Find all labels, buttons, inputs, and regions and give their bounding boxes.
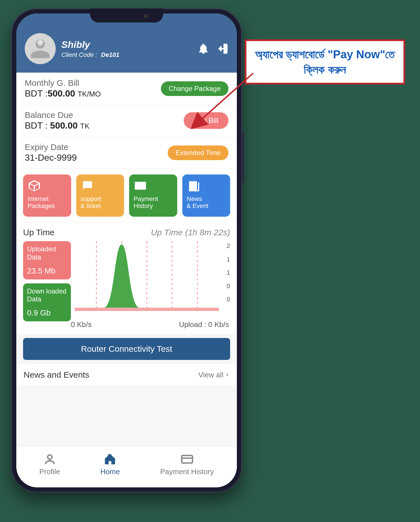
monthly-bill-label: Monthly G. Bill — [25, 78, 101, 88]
news-title: News and Events — [24, 370, 89, 380]
nav-home[interactable]: Home — [100, 453, 120, 476]
app-screen: ? Shibly Client Code : De101 — [16, 14, 237, 487]
downloaded-value: 0.9 Gb — [27, 308, 67, 317]
news-icon — [187, 179, 200, 192]
monthly-bill-value: BDT :500.00 TK/MO — [25, 88, 101, 99]
profile-icon — [43, 453, 56, 466]
router-connectivity-button[interactable]: Router Connectivity Test — [23, 338, 230, 360]
speed-row: 0 Kb/s Upload : 0 Kb/s — [23, 320, 230, 329]
svg-point-8 — [48, 455, 52, 459]
uptime-subtitle: Up Time (1h 8m 22s) — [151, 228, 230, 237]
chevron-right-icon — [225, 373, 230, 377]
chart-yticks: 2 1 1 0 0 — [227, 241, 230, 314]
downloaded-label: Down loaded Data — [27, 287, 67, 304]
tile-payment-history[interactable]: PaymentHistory — [129, 174, 177, 217]
card-nav-icon — [181, 453, 194, 466]
card-icon — [134, 179, 147, 192]
phone-notch — [90, 8, 163, 23]
downloaded-card: Down loaded Data 0.9 Gb — [23, 283, 71, 322]
bottom-nav: Profile Home Payment History — [16, 446, 237, 487]
avatar[interactable]: ? — [25, 33, 56, 64]
monthly-bill-row: Monthly G. Bill BDT :500.00 TK/MO Change… — [16, 73, 237, 105]
view-all-link[interactable]: View all — [198, 371, 230, 379]
pay-bill-button[interactable]: Pay Bill — [184, 112, 228, 129]
expiry-value: 31-Dec-9999 — [25, 153, 77, 163]
traffic-chart: 2 1 1 0 0 — [75, 241, 230, 321]
client-code-label: Client Code : — [61, 51, 97, 58]
download-speed: 0 Kb/s — [71, 320, 92, 329]
change-package-button[interactable]: Change Package — [161, 81, 228, 96]
svg-rect-9 — [182, 456, 192, 463]
expiry-label: Expiry Date — [25, 142, 77, 152]
home-icon — [104, 453, 116, 466]
balance-due-row: Balance Due BDT : 500.00 TK Pay Bill — [16, 105, 237, 137]
content-area: Monthly G. Bill BDT :500.00 TK/MO Change… — [16, 73, 237, 446]
user-placeholder-icon: ? — [29, 37, 51, 60]
nav-payment-history[interactable]: Payment History — [160, 453, 214, 476]
instruction-callout: অ্যাপের ড্যাশবোর্ডে "Pay Now"তে ক্লিক কর… — [245, 39, 405, 84]
client-code-row: Client Code : De101 — [61, 51, 192, 59]
svg-text:?: ? — [39, 40, 42, 46]
expiry-row: Expiry Date 31-Dec-9999 Extended Time — [16, 137, 237, 169]
uploaded-value: 23.5 Mb — [27, 266, 67, 275]
quick-tiles: InternetPackages support& ticket Payment… — [16, 169, 237, 223]
uploaded-card: Uploaded Data 23.5 Mb — [23, 241, 71, 279]
bill-section: Monthly G. Bill BDT :500.00 TK/MO Change… — [16, 73, 237, 169]
user-name: Shibly — [61, 39, 192, 50]
package-icon — [28, 179, 41, 192]
news-events-row: News and Events View all — [16, 364, 237, 386]
uptime-block: Up Time Up Time (1h 8m 22s) Uploaded Dat… — [16, 223, 237, 334]
chat-icon — [81, 179, 94, 192]
user-block: Shibly Client Code : De101 — [61, 39, 192, 59]
logout-icon[interactable] — [217, 43, 228, 55]
phone-frame: ? Shibly Client Code : De101 — [11, 8, 242, 492]
extended-time-button[interactable]: Extended Time — [168, 145, 228, 160]
balance-due-label: Balance Due — [25, 110, 89, 120]
upload-speed: Upload : 0 Kb/s — [131, 320, 229, 329]
tile-support-ticket[interactable]: support& ticket — [76, 174, 124, 217]
nav-profile[interactable]: Profile — [39, 453, 60, 476]
callout-text: অ্যাপের ড্যাশবোর্ডে "Pay Now"তে ক্লিক কর… — [255, 48, 395, 76]
uploaded-label: Uploaded Data — [27, 245, 67, 261]
svg-rect-2 — [75, 308, 219, 311]
uptime-title: Up Time — [23, 228, 55, 237]
tile-internet-packages[interactable]: InternetPackages — [23, 174, 71, 217]
client-code-value: De101 — [101, 51, 119, 58]
tile-news-event[interactable]: News& Event — [182, 174, 230, 217]
balance-due-value: BDT : 500.00 TK — [25, 120, 89, 131]
bell-icon[interactable] — [197, 43, 209, 55]
